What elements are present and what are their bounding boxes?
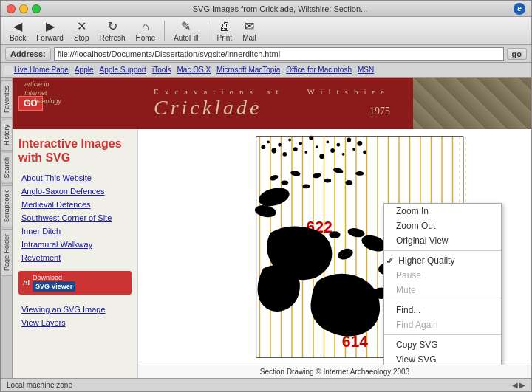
forward-button[interactable]: ▶ Forward <box>32 18 68 44</box>
ctx-separator-3 <box>384 334 501 335</box>
ctx-original-view[interactable]: Original View <box>384 233 501 248</box>
sidebar-links: About This Website Anglo-Saxon Defences … <box>18 172 132 264</box>
svg-viewer-label: SVG Viewer <box>33 281 75 292</box>
home-icon: ⌂ <box>142 20 149 33</box>
svg-point-64 <box>355 171 364 176</box>
home-button[interactable]: ⌂ Home <box>132 18 160 44</box>
sidebar-link-layers[interactable]: View Layers <box>18 317 132 329</box>
bookmark-apple[interactable]: Apple <box>75 66 94 74</box>
sidebar-link-revetment[interactable]: Revetment <box>18 252 132 264</box>
content-row: Interactive Images with SVG About This W… <box>13 129 531 378</box>
adobe-badge[interactable]: Ai Download SVG Viewer <box>18 271 132 295</box>
scroll-left[interactable]: ◀ <box>512 381 518 389</box>
back-icon: ◀ <box>13 19 22 33</box>
stop-icon: ✕ <box>77 19 86 33</box>
page-header: GO to main article in Internet Archaeolo… <box>13 78 531 129</box>
sidebar-link-anglosaxon[interactable]: Anglo-Saxon Defences <box>18 185 132 197</box>
bookmark-apple-support[interactable]: Apple Support <box>100 66 146 74</box>
svg-point-50 <box>289 235 301 244</box>
sidebar-link-viewing[interactable]: Viewing an SVG Image <box>18 303 132 315</box>
bookmark-itools[interactable]: iTools <box>152 66 171 74</box>
ctx-find-again: Find Again <box>384 317 501 332</box>
autofill-button[interactable]: ✎ AutoFill <box>169 18 202 44</box>
svg-point-29 <box>299 142 302 145</box>
titlebar: SVG Images from Cricklade, Wiltshire: Se… <box>1 1 531 17</box>
address-input[interactable] <box>54 47 504 61</box>
sidebar-link-southwest[interactable]: Southwest Corner of Site <box>18 212 132 224</box>
bookmark-live-home[interactable]: Live Home Page <box>4 66 69 75</box>
svg-point-52 <box>329 231 340 238</box>
adobe-icon: Ai <box>23 279 30 286</box>
svg-point-23 <box>267 140 270 143</box>
scroll-right[interactable]: ▶ <box>519 381 525 389</box>
statusbar: Local machine zone ◀ ▶ <box>1 378 531 391</box>
vtab-search[interactable]: Search <box>1 152 13 184</box>
header-subtitle: to main article in Internet Archaeology <box>24 78 61 106</box>
sidebar-link-walkway[interactable]: Intramural Walkway <box>18 238 132 250</box>
ctx-higher-quality[interactable]: ✓Higher Quality <box>384 253 501 268</box>
back-button[interactable]: ◀ Back <box>5 18 30 44</box>
svg-container[interactable]: 622 614 <box>138 129 531 365</box>
minimize-button[interactable] <box>19 4 28 13</box>
browser-window: SVG Images from Cricklade, Wiltshire: Se… <box>0 0 532 392</box>
print-button[interactable]: 🖨 Print <box>213 18 237 44</box>
ctx-separator-2 <box>384 300 501 300</box>
ctx-separator-1 <box>384 250 501 251</box>
svg-point-39 <box>352 148 355 151</box>
ctx-pause: Pause <box>384 268 501 283</box>
svg-point-36 <box>336 143 340 147</box>
ctx-find[interactable]: Find... <box>384 303 501 317</box>
stop-button[interactable]: ✕ Stop <box>69 18 94 44</box>
header-main-title: Cricklade <box>154 96 262 120</box>
vtab-pageholder[interactable]: Page Holder <box>1 229 13 276</box>
ctx-copy-svg[interactable]: Copy SVG <box>384 337 501 352</box>
bookmarks-bar: Live Home Page Apple Apple Support iTool… <box>1 63 531 78</box>
svg-point-28 <box>293 147 298 151</box>
svg-point-33 <box>319 154 324 159</box>
sidebar-link-medieval[interactable]: Medieval Defences <box>18 199 132 210</box>
sidebar-bottom-links: Viewing an SVG Image View Layers <box>18 303 132 329</box>
ctx-zoom-in[interactable]: Zoom In <box>384 204 501 219</box>
close-button[interactable] <box>7 4 16 13</box>
svg-caption: Section Drawing © Internet Archaeology 2… <box>138 365 531 378</box>
bookmark-macosx[interactable]: Mac OS X <box>177 66 211 74</box>
header-go-area: GO to main article in Internet Archaeolo… <box>18 96 43 111</box>
vertical-tabs: Favorites History Search Scrapbook Page … <box>1 78 13 378</box>
ctx-view-svg[interactable]: View SVG <box>384 352 501 365</box>
ie-icon: e <box>514 3 525 15</box>
svg-point-35 <box>330 148 335 153</box>
page: GO to main article in Internet Archaeolo… <box>13 78 531 378</box>
vtab-scrapbook[interactable]: Scrapbook <box>1 185 13 227</box>
svg-point-37 <box>342 153 345 156</box>
traffic-lights <box>7 4 41 13</box>
mail-button[interactable]: ✉ Mail <box>238 18 260 44</box>
vtab-favorites[interactable]: Favorites <box>1 80 13 118</box>
scroll-controls: ◀ ▶ <box>512 381 525 389</box>
go-button[interactable]: go <box>507 48 527 60</box>
context-menu: Zoom In Zoom Out Original View ✓Higher Q… <box>383 203 502 365</box>
toolbar-separator2 <box>208 21 208 41</box>
sidebar: Interactive Images with SVG About This W… <box>13 129 138 378</box>
ctx-zoom-out[interactable]: Zoom Out <box>384 219 501 233</box>
svg-area: 622 614 <box>138 129 531 378</box>
header-text: Excavations at Wiltshire Cricklade 1975 <box>154 87 390 120</box>
svg-point-41 <box>363 151 366 154</box>
header-year: 1975 <box>369 106 390 117</box>
svg-point-22 <box>261 145 265 149</box>
svg-point-63 <box>346 180 353 185</box>
bookmark-mactopia[interactable]: Microsoft MacTopia <box>216 66 280 74</box>
svg-point-26 <box>282 152 287 157</box>
sidebar-link-about[interactable]: About This Website <box>18 172 132 184</box>
refresh-button[interactable]: ↻ Refresh <box>95 18 130 44</box>
sidebar-link-innerditch[interactable]: Inner Ditch <box>18 225 132 237</box>
main-content: Favorites History Search Scrapbook Page … <box>1 78 531 378</box>
svg-point-59 <box>303 184 310 188</box>
aerial-photo <box>413 78 531 129</box>
aerial-image <box>413 78 531 129</box>
vtab-history[interactable]: History <box>1 120 13 151</box>
maximize-button[interactable] <box>32 4 41 13</box>
bookmark-msn[interactable]: MSN <box>358 66 374 74</box>
svg-point-32 <box>316 145 318 148</box>
bookmark-office[interactable]: Office for Macintosh <box>286 66 352 74</box>
svg-point-30 <box>304 151 307 154</box>
